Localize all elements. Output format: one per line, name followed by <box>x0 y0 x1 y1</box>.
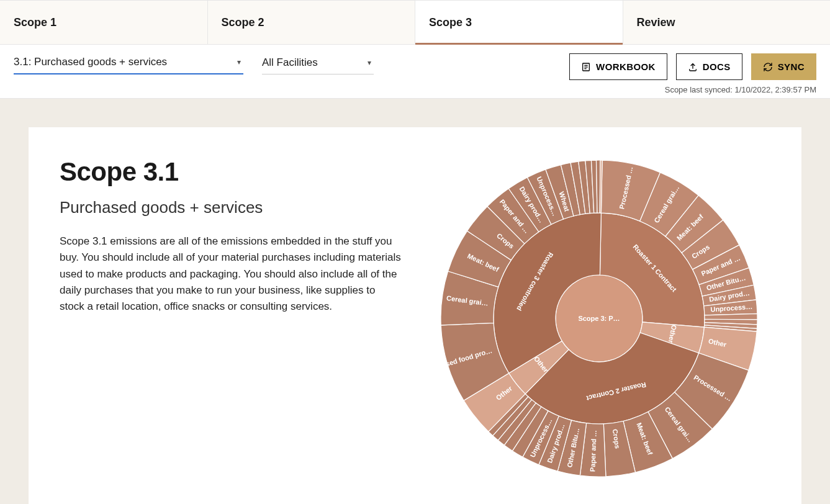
tab-scope2[interactable]: Scope 2 <box>208 1 416 44</box>
sync-button[interactable]: SYNC <box>751 53 816 80</box>
last-synced-text: Scope last synced: 1/10/2022, 2:39:57 PM <box>665 85 816 94</box>
controls-bar: 3.1: Purchased goods + services ▾ All Fa… <box>0 45 830 99</box>
tab-review[interactable]: Review <box>623 1 831 44</box>
facility-select-value: All Facilities <box>262 56 318 69</box>
tab-review-label: Review <box>637 16 675 29</box>
tab-scope1-label: Scope 1 <box>14 16 56 29</box>
tab-scope3-label: Scope 3 <box>429 16 472 29</box>
facility-select[interactable]: All Facilities ▾ <box>262 53 374 74</box>
tab-scope2-label: Scope 2 <box>222 16 264 29</box>
page-subtitle: Purchased goods + services <box>60 198 403 217</box>
sunburst-chart: Scope 3: P…Roaster 1 ContractProcessed …… <box>438 157 760 480</box>
page-title: Scope 3.1 <box>60 157 403 187</box>
workbook-button-label: WORKBOOK <box>596 61 656 72</box>
scope-tabs: Scope 1 Scope 2 Scope 3 Review <box>0 0 830 45</box>
scope-card: Scope 3.1 Purchased goods + services Sco… <box>29 127 801 504</box>
docs-button[interactable]: DOCS <box>676 53 742 80</box>
tab-scope3[interactable]: Scope 3 <box>415 1 623 44</box>
category-select[interactable]: 3.1: Purchased goods + services ▾ <box>14 53 243 74</box>
page-description: Scope 3.1 emissions are all of the emiss… <box>60 233 403 315</box>
docs-button-label: DOCS <box>703 61 731 72</box>
chevron-down-icon: ▾ <box>237 58 241 66</box>
sync-button-label: SYNC <box>778 61 805 72</box>
sync-icon <box>763 62 773 72</box>
upload-icon <box>688 62 698 72</box>
svg-text:Scope 3: P…: Scope 3: P… <box>578 315 620 322</box>
chevron-down-icon: ▾ <box>368 58 371 67</box>
workbook-icon <box>581 62 591 72</box>
tab-scope1[interactable]: Scope 1 <box>0 1 208 44</box>
workbook-button[interactable]: WORKBOOK <box>569 53 667 80</box>
category-select-value: 3.1: Purchased goods + services <box>14 56 167 68</box>
